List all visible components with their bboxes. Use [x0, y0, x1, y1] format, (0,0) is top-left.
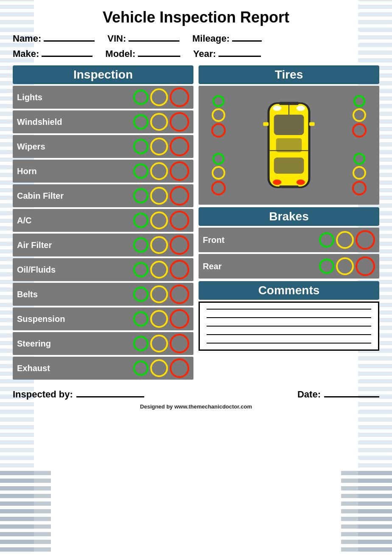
- inspection-item-oil-fluids[interactable]: Oil/Fluids: [13, 258, 193, 281]
- inspection-item-ac[interactable]: A/C: [13, 209, 193, 232]
- air-filter-circle-yellow[interactable]: [150, 236, 168, 254]
- suspension-circle-yellow[interactable]: [150, 310, 168, 328]
- suspension-circles: [133, 309, 189, 329]
- designer-credit: Designed by www.themechanicdoctor.com: [13, 403, 379, 410]
- steering-circle-green[interactable]: [133, 336, 148, 351]
- tire-front-right[interactable]: [352, 95, 367, 138]
- vin-value[interactable]: [129, 31, 179, 42]
- exhaust-circle-red[interactable]: [170, 358, 189, 378]
- comments-box[interactable]: [199, 301, 379, 351]
- tires-header: Tires: [199, 65, 379, 84]
- tire-fr-yellow[interactable]: [353, 108, 366, 122]
- tire-rl-yellow[interactable]: [212, 166, 225, 180]
- inspection-item-air-filter[interactable]: Air Filter: [13, 234, 193, 256]
- tire-front-left[interactable]: [211, 95, 226, 138]
- lights-circles: [133, 87, 189, 107]
- wipers-label: Wipers: [17, 142, 45, 152]
- inspection-item-lights[interactable]: Lights: [13, 86, 193, 109]
- horn-circle-red[interactable]: [170, 161, 189, 181]
- windshield-circle-red[interactable]: [170, 112, 189, 132]
- brake-item-rear[interactable]: Rear: [199, 254, 379, 279]
- rear-brake-circle-yellow[interactable]: [336, 257, 354, 275]
- mileage-value[interactable]: [232, 31, 262, 42]
- cabin-filter-circle-yellow[interactable]: [150, 187, 168, 205]
- inspection-item-exhaust[interactable]: Exhaust: [13, 357, 193, 380]
- wipers-circle-red[interactable]: [170, 137, 189, 156]
- horn-circle-yellow[interactable]: [150, 162, 168, 180]
- oil-fluids-circle-yellow[interactable]: [150, 261, 168, 279]
- ac-circle-red[interactable]: [170, 211, 189, 230]
- svg-rect-13: [263, 122, 269, 126]
- windshield-circle-green[interactable]: [133, 114, 148, 130]
- svg-point-10: [297, 180, 305, 185]
- cabin-filter-circle-red[interactable]: [170, 186, 189, 206]
- front-brake-circle-green[interactable]: [319, 232, 334, 248]
- exhaust-circles: [133, 358, 189, 378]
- wipers-circle-green[interactable]: [133, 139, 148, 154]
- rear-brake-circles: [319, 256, 375, 276]
- tire-fl-green[interactable]: [213, 95, 224, 107]
- steering-circle-red[interactable]: [170, 334, 189, 353]
- tire-rr-yellow[interactable]: [353, 166, 366, 180]
- suspension-circle-green[interactable]: [133, 311, 148, 327]
- svg-rect-5: [276, 138, 302, 152]
- belts-circle-green[interactable]: [133, 287, 148, 302]
- inspection-item-windshield[interactable]: Windshield: [13, 110, 193, 133]
- ac-circle-green[interactable]: [133, 213, 148, 228]
- make-value[interactable]: [42, 47, 92, 57]
- inspected-by-value[interactable]: [76, 387, 144, 397]
- tire-rr-green[interactable]: [353, 153, 365, 165]
- name-value[interactable]: [44, 31, 95, 42]
- brake-item-front[interactable]: Front: [199, 228, 379, 252]
- lights-circle-yellow[interactable]: [150, 88, 168, 106]
- right-section: Tires: [199, 65, 379, 351]
- inspection-item-suspension[interactable]: Suspension: [13, 307, 193, 330]
- lights-circle-red[interactable]: [170, 87, 189, 107]
- comment-line-2: [207, 317, 371, 318]
- cabin-filter-circle-green[interactable]: [133, 188, 148, 203]
- air-filter-circle-green[interactable]: [133, 237, 148, 253]
- name-label: Name:: [13, 33, 41, 44]
- exhaust-circle-yellow[interactable]: [150, 359, 168, 377]
- suspension-circle-red[interactable]: [170, 309, 189, 329]
- tire-fl-red[interactable]: [211, 123, 226, 138]
- year-value[interactable]: [218, 47, 261, 57]
- tire-fr-green[interactable]: [353, 95, 365, 107]
- belts-label: Belts: [17, 290, 38, 299]
- tire-rear-right[interactable]: [352, 153, 367, 195]
- tire-rr-red[interactable]: [352, 181, 367, 195]
- rear-brake-circle-green[interactable]: [319, 259, 334, 274]
- tire-rear-left[interactable]: [211, 153, 226, 195]
- wipers-circle-yellow[interactable]: [150, 138, 168, 155]
- model-value[interactable]: [138, 47, 180, 57]
- inspection-item-wipers[interactable]: Wipers: [13, 135, 193, 158]
- front-brake-circle-red[interactable]: [356, 230, 375, 250]
- exhaust-circle-green[interactable]: [133, 361, 148, 376]
- lights-circle-green[interactable]: [133, 90, 148, 105]
- ac-circle-yellow[interactable]: [150, 211, 168, 229]
- ac-label: A/C: [17, 216, 31, 225]
- tire-fl-yellow[interactable]: [212, 108, 225, 122]
- tire-rl-green[interactable]: [213, 153, 224, 165]
- air-filter-circle-red[interactable]: [170, 235, 189, 255]
- front-brake-circle-yellow[interactable]: [336, 231, 354, 249]
- comment-line-4: [207, 334, 371, 335]
- oil-fluids-circle-red[interactable]: [170, 260, 189, 279]
- inspection-item-belts[interactable]: Belts: [13, 283, 193, 306]
- inspection-item-horn[interactable]: Horn: [13, 160, 193, 183]
- oil-fluids-circle-green[interactable]: [133, 262, 148, 277]
- suspension-label: Suspension: [17, 314, 65, 324]
- svg-rect-11: [279, 102, 298, 105]
- inspection-item-cabin-filter[interactable]: Cabin Filter: [13, 184, 193, 207]
- belts-circle-red[interactable]: [170, 285, 189, 304]
- vin-label: VIN:: [107, 33, 126, 44]
- rear-brake-circle-red[interactable]: [356, 256, 375, 276]
- date-value[interactable]: [324, 387, 379, 397]
- tire-fr-red[interactable]: [352, 123, 367, 138]
- windshield-circle-yellow[interactable]: [150, 113, 168, 131]
- steering-circle-yellow[interactable]: [150, 335, 168, 352]
- tire-rl-red[interactable]: [211, 181, 226, 195]
- belts-circle-yellow[interactable]: [150, 285, 168, 303]
- horn-circle-green[interactable]: [133, 163, 148, 179]
- inspection-item-steering[interactable]: Steering: [13, 332, 193, 355]
